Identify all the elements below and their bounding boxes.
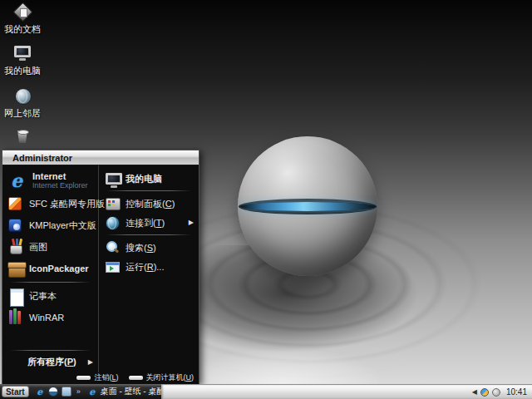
shutdown-icon (129, 376, 143, 380)
iconpackager-icon (7, 260, 23, 277)
desktop-icon-my-computer[interactable]: 我的电脑 (0, 43, 49, 76)
taskbar-dark-section: Start » 桌面 - 壁纸 - 桌酷... (0, 384, 161, 399)
quick-launch-overflow-chevron[interactable]: » (76, 387, 81, 396)
taskbar-light-section: ◀ 10:41 (161, 384, 532, 399)
internet-explorer-icon (87, 387, 97, 397)
menu-item-control-panel[interactable]: 控制面板(C) (99, 194, 199, 213)
recycle-bin-icon (12, 126, 32, 146)
divider (10, 282, 91, 283)
status-tray-icon[interactable] (492, 388, 500, 397)
start-menu: Administrator Internet Internet Explorer… (2, 150, 200, 384)
menu-item-kmplayer[interactable]: KMPlayer中文版 (2, 214, 98, 236)
spacer (2, 328, 98, 347)
start-menu-body: Internet Internet Explorer SFC 桌酷网专用版 KM… (2, 165, 199, 372)
search-icon (104, 239, 121, 256)
logoff-icon (76, 376, 91, 380)
username: Administrator (12, 153, 72, 163)
desktop-icon-recycle-bin[interactable] (0, 126, 49, 149)
run-icon (104, 259, 121, 275)
shut-down-button[interactable]: 关闭计算机(U) (129, 372, 195, 383)
menu-item-winrar[interactable]: WinRAR (2, 307, 98, 328)
start-menu-left-column: Internet Internet Explorer SFC 桌酷网专用版 KM… (2, 165, 99, 372)
tray-collapse-chevron[interactable]: ◀ (472, 388, 477, 396)
start-menu-footer: 注销(L) 关闭计算机(U) (2, 372, 199, 384)
menu-item-my-computer[interactable]: 我的电脑 (99, 169, 199, 188)
submenu-arrow-icon: ▶ (189, 219, 194, 226)
quick-launch-ball-icon[interactable] (48, 387, 58, 397)
menu-item-sfc-zhuoku[interactable]: SFC 桌酷网专用版 (2, 193, 98, 214)
quick-launch-bar: » (35, 387, 81, 397)
paint-icon (7, 239, 23, 255)
divider (106, 190, 191, 191)
quick-launch-window-icon[interactable] (62, 387, 71, 397)
all-programs-button[interactable]: 所有程序(P) ▶ (2, 353, 98, 372)
sfc-zhuoku-icon (7, 195, 23, 212)
task-button-title: 桌面 - 壁纸 - 桌酷... (101, 386, 161, 397)
desktop-icon-label: 网上邻居 (0, 108, 49, 118)
start-menu-header: Administrator (2, 150, 199, 165)
quick-launch-internet-explorer-icon[interactable] (35, 387, 45, 397)
sphere-blue-band (240, 202, 375, 211)
kmplayer-icon (7, 217, 23, 234)
my-documents-icon (12, 2, 32, 22)
my-computer-icon (12, 43, 32, 63)
desktop-icon-network-places[interactable]: 网上邻居 (0, 86, 49, 118)
divider (10, 350, 91, 351)
menu-item-connect-to[interactable]: 连接到(T) ▶ (99, 213, 199, 232)
menu-item-internet[interactable]: Internet Internet Explorer (2, 168, 98, 193)
desktop-icon-my-documents[interactable]: 我的文档 (0, 2, 49, 34)
tray-clock[interactable]: 10:41 (506, 387, 527, 397)
internet-explorer-icon (7, 170, 27, 190)
messenger-tray-icon[interactable] (480, 388, 489, 397)
taskbar-task-button[interactable]: 桌面 - 壁纸 - 桌酷... (87, 386, 161, 397)
connect-to-icon (104, 214, 121, 231)
desktop: 我的文档 我的电脑 网上邻居 Administrator Internet In… (0, 0, 532, 399)
right-arrow-icon: ▶ (88, 358, 93, 366)
menu-item-paint[interactable]: 画图 (2, 236, 98, 258)
desktop-icon-label: 我的电脑 (0, 66, 49, 76)
taskbar: Start » 桌面 - 壁纸 - 桌酷... ◀ 10:41 (0, 384, 532, 399)
desktop-icon-label: 我的文档 (0, 24, 49, 34)
start-menu-right-column: 我的电脑 控制面板(C) 连接到(T) ▶ 搜索(S) (99, 165, 199, 372)
menu-item-run[interactable]: 运行(R)... (99, 257, 199, 276)
menu-item-notepad[interactable]: 记事本 (2, 285, 98, 307)
log-off-button[interactable]: 注销(L) (76, 372, 118, 383)
menu-item-search[interactable]: 搜索(S) (99, 238, 199, 257)
network-places-icon (12, 86, 32, 106)
notepad-icon (7, 288, 23, 304)
control-panel-icon (104, 195, 121, 212)
start-button[interactable]: Start (2, 386, 29, 397)
divider (106, 234, 191, 235)
menu-item-iconpackager[interactable]: IconPackager (2, 258, 98, 279)
my-computer-icon (104, 170, 121, 187)
system-tray: ◀ 10:41 (472, 387, 532, 397)
winrar-icon (7, 309, 23, 326)
